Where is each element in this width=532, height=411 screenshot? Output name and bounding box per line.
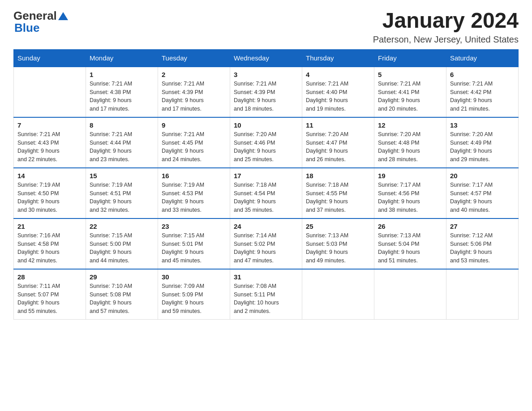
day-info: Sunrise: 7:21 AM Sunset: 4:43 PM Dayligh… (17, 130, 82, 164)
day-number: 30 (162, 273, 226, 281)
calendar-cell (446, 269, 519, 320)
day-number: 15 (90, 172, 154, 180)
logo-blue-text: Blue (14, 21, 39, 35)
calendar-body: 1Sunrise: 7:21 AM Sunset: 4:38 PM Daylig… (14, 67, 519, 320)
day-info: Sunrise: 7:15 AM Sunset: 5:00 PM Dayligh… (90, 231, 154, 265)
day-info: Sunrise: 7:19 AM Sunset: 4:50 PM Dayligh… (17, 181, 82, 214)
day-info: Sunrise: 7:18 AM Sunset: 4:54 PM Dayligh… (234, 181, 298, 214)
calendar-header: SundayMondayTuesdayWednesdayThursdayFrid… (14, 49, 519, 67)
day-number: 11 (306, 121, 370, 129)
calendar-cell: 5Sunrise: 7:21 AM Sunset: 4:41 PM Daylig… (374, 67, 446, 117)
calendar-cell: 10Sunrise: 7:20 AM Sunset: 4:46 PM Dayli… (230, 117, 302, 168)
day-number: 24 (234, 223, 298, 230)
day-info: Sunrise: 7:13 AM Sunset: 5:03 PM Dayligh… (306, 231, 370, 265)
day-number: 5 (378, 71, 442, 78)
weekday-header-friday: Friday (374, 49, 446, 67)
weekday-header-wednesday: Wednesday (230, 49, 302, 67)
calendar-cell: 18Sunrise: 7:18 AM Sunset: 4:55 PM Dayli… (302, 168, 374, 218)
day-info: Sunrise: 7:15 AM Sunset: 5:01 PM Dayligh… (162, 231, 226, 265)
weekday-header-sunday: Sunday (14, 49, 86, 67)
day-info: Sunrise: 7:21 AM Sunset: 4:41 PM Dayligh… (378, 80, 442, 113)
day-info: Sunrise: 7:21 AM Sunset: 4:40 PM Dayligh… (306, 80, 370, 113)
calendar-cell: 17Sunrise: 7:18 AM Sunset: 4:54 PM Dayli… (230, 168, 302, 218)
calendar-cell: 15Sunrise: 7:19 AM Sunset: 4:51 PM Dayli… (86, 168, 158, 218)
calendar-cell: 14Sunrise: 7:19 AM Sunset: 4:50 PM Dayli… (14, 168, 86, 218)
calendar-cell: 20Sunrise: 7:17 AM Sunset: 4:57 PM Dayli… (446, 168, 519, 218)
calendar-cell: 26Sunrise: 7:13 AM Sunset: 5:04 PM Dayli… (374, 218, 446, 269)
day-number: 8 (90, 121, 154, 129)
calendar-week-4: 21Sunrise: 7:16 AM Sunset: 4:58 PM Dayli… (14, 218, 519, 269)
calendar-cell: 23Sunrise: 7:15 AM Sunset: 5:01 PM Dayli… (158, 218, 230, 269)
day-number: 28 (17, 273, 82, 281)
calendar-week-3: 14Sunrise: 7:19 AM Sunset: 4:50 PM Dayli… (14, 168, 519, 218)
title-area: January 2024 Paterson, New Jersey, Unite… (373, 9, 519, 45)
day-info: Sunrise: 7:19 AM Sunset: 4:53 PM Dayligh… (162, 181, 226, 214)
calendar-cell: 27Sunrise: 7:12 AM Sunset: 5:06 PM Dayli… (446, 218, 519, 269)
day-number: 6 (450, 71, 515, 78)
calendar-cell: 12Sunrise: 7:20 AM Sunset: 4:48 PM Dayli… (374, 117, 446, 168)
calendar-cell: 11Sunrise: 7:20 AM Sunset: 4:47 PM Dayli… (302, 117, 374, 168)
day-info: Sunrise: 7:17 AM Sunset: 4:57 PM Dayligh… (450, 181, 515, 214)
day-info: Sunrise: 7:21 AM Sunset: 4:39 PM Dayligh… (162, 80, 226, 113)
day-info: Sunrise: 7:18 AM Sunset: 4:55 PM Dayligh… (306, 181, 370, 214)
calendar-cell: 4Sunrise: 7:21 AM Sunset: 4:40 PM Daylig… (302, 67, 374, 117)
calendar-week-2: 7Sunrise: 7:21 AM Sunset: 4:43 PM Daylig… (14, 117, 519, 168)
day-number: 17 (234, 172, 298, 180)
calendar-cell: 30Sunrise: 7:09 AM Sunset: 5:09 PM Dayli… (158, 269, 230, 320)
day-info: Sunrise: 7:20 AM Sunset: 4:46 PM Dayligh… (234, 130, 298, 164)
day-number: 13 (450, 121, 515, 129)
day-number: 26 (378, 223, 442, 230)
calendar-week-5: 28Sunrise: 7:11 AM Sunset: 5:07 PM Dayli… (14, 269, 519, 320)
day-number: 4 (306, 71, 370, 78)
calendar-table: SundayMondayTuesdayWednesdayThursdayFrid… (13, 49, 519, 320)
day-info: Sunrise: 7:08 AM Sunset: 5:11 PM Dayligh… (234, 282, 298, 316)
day-number: 21 (17, 223, 82, 230)
svg-marker-0 (58, 12, 68, 20)
day-number: 23 (162, 223, 226, 230)
month-title: January 2024 (373, 9, 519, 33)
day-info: Sunrise: 7:09 AM Sunset: 5:09 PM Dayligh… (162, 282, 226, 316)
calendar-cell: 1Sunrise: 7:21 AM Sunset: 4:38 PM Daylig… (86, 67, 158, 117)
weekday-header-saturday: Saturday (446, 49, 519, 67)
calendar-cell: 19Sunrise: 7:17 AM Sunset: 4:56 PM Dayli… (374, 168, 446, 218)
calendar-cell: 16Sunrise: 7:19 AM Sunset: 4:53 PM Dayli… (158, 168, 230, 218)
day-number: 19 (378, 172, 442, 180)
day-info: Sunrise: 7:20 AM Sunset: 4:48 PM Dayligh… (378, 130, 442, 164)
day-info: Sunrise: 7:14 AM Sunset: 5:02 PM Dayligh… (234, 231, 298, 265)
day-number: 12 (378, 121, 442, 129)
day-number: 18 (306, 172, 370, 180)
calendar-cell (302, 269, 374, 320)
page-header: General Blue January 2024 Paterson, New … (13, 9, 519, 45)
day-number: 25 (306, 223, 370, 230)
day-info: Sunrise: 7:21 AM Sunset: 4:39 PM Dayligh… (234, 80, 298, 113)
day-info: Sunrise: 7:16 AM Sunset: 4:58 PM Dayligh… (17, 231, 82, 265)
day-info: Sunrise: 7:10 AM Sunset: 5:08 PM Dayligh… (90, 282, 154, 316)
weekday-header-tuesday: Tuesday (158, 49, 230, 67)
day-info: Sunrise: 7:20 AM Sunset: 4:49 PM Dayligh… (450, 130, 515, 164)
day-info: Sunrise: 7:20 AM Sunset: 4:47 PM Dayligh… (306, 130, 370, 164)
calendar-cell: 29Sunrise: 7:10 AM Sunset: 5:08 PM Dayli… (86, 269, 158, 320)
day-info: Sunrise: 7:21 AM Sunset: 4:38 PM Dayligh… (90, 80, 154, 113)
calendar-cell: 24Sunrise: 7:14 AM Sunset: 5:02 PM Dayli… (230, 218, 302, 269)
day-info: Sunrise: 7:19 AM Sunset: 4:51 PM Dayligh… (90, 181, 154, 214)
calendar-cell: 3Sunrise: 7:21 AM Sunset: 4:39 PM Daylig… (230, 67, 302, 117)
calendar-cell: 13Sunrise: 7:20 AM Sunset: 4:49 PM Dayli… (446, 117, 519, 168)
day-number: 14 (17, 172, 82, 180)
day-number: 2 (162, 71, 226, 78)
calendar-cell: 28Sunrise: 7:11 AM Sunset: 5:07 PM Dayli… (14, 269, 86, 320)
day-number: 7 (17, 121, 82, 129)
weekday-header-monday: Monday (86, 49, 158, 67)
day-info: Sunrise: 7:21 AM Sunset: 4:44 PM Dayligh… (90, 130, 154, 164)
day-info: Sunrise: 7:13 AM Sunset: 5:04 PM Dayligh… (378, 231, 442, 265)
calendar-cell: 25Sunrise: 7:13 AM Sunset: 5:03 PM Dayli… (302, 218, 374, 269)
day-number: 10 (234, 121, 298, 129)
calendar-cell: 9Sunrise: 7:21 AM Sunset: 4:45 PM Daylig… (158, 117, 230, 168)
day-number: 29 (90, 273, 154, 281)
calendar-cell: 22Sunrise: 7:15 AM Sunset: 5:00 PM Dayli… (86, 218, 158, 269)
day-number: 1 (90, 71, 154, 78)
day-number: 3 (234, 71, 298, 78)
logo-triangle-icon (58, 12, 68, 22)
calendar-cell: 21Sunrise: 7:16 AM Sunset: 4:58 PM Dayli… (14, 218, 86, 269)
day-info: Sunrise: 7:11 AM Sunset: 5:07 PM Dayligh… (17, 282, 82, 316)
day-info: Sunrise: 7:21 AM Sunset: 4:45 PM Dayligh… (162, 130, 226, 164)
